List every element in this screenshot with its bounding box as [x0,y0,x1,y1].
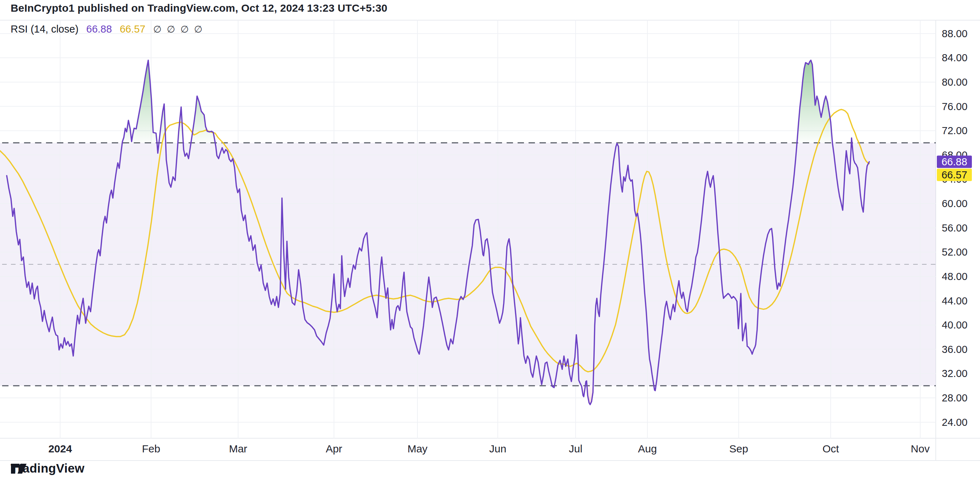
y-axis-label: 36.00 [942,344,967,355]
y-axis-label: 80.00 [942,77,967,88]
x-axis-label-May: May [407,443,428,454]
tradingview-published-chart: BeInCrypto1 published on TradingView.com… [0,0,980,480]
rsi-chart-plot[interactable]: 88.0084.0080.0076.0072.0068.0064.0060.00… [0,0,980,480]
x-axis-label-Nov: Nov [911,443,929,454]
x-axis-label-Mar: Mar [229,443,247,454]
x-axis-label-2024: 2024 [48,443,72,454]
x-axis-label-Jun: Jun [489,443,506,454]
tradingview-attribution[interactable]: TradingView [11,461,84,475]
indicator-name-label: RSI (14, close) [11,23,78,35]
x-axis-label-Jul: Jul [569,443,582,454]
y-axis-label: 40.00 [942,319,967,331]
x-axis-label-Sep: Sep [729,443,748,454]
legend-empty-slot: ∅ [194,24,203,35]
y-axis-label: 72.00 [942,125,967,136]
rsi-current-value: 66.88 [86,23,112,35]
legend-empty-value-slots: ∅∅∅∅ [153,24,202,35]
x-axis-label-Apr: Apr [326,443,342,454]
x-axis-label-Feb: Feb [142,443,160,454]
time-axis[interactable]: 2024FebMarAprMayJunJulAugSepOctNov [48,443,930,454]
last-value-badge-rsi: 66.88 [937,156,972,168]
y-axis-label: 24.00 [942,417,967,428]
y-axis-label: 56.00 [942,222,967,234]
last-value-badge-rsi-based-ma: 66.57 [937,169,972,181]
y-axis-label: 60.00 [942,198,967,209]
y-axis-label: 84.00 [942,52,967,63]
ma-current-value: 66.57 [119,23,145,35]
price-axis[interactable]: 88.0084.0080.0076.0072.0068.0064.0060.00… [942,28,967,428]
svg-text:66.57: 66.57 [942,169,967,180]
y-axis-label: 32.00 [942,368,967,379]
x-axis-label-Aug: Aug [638,443,657,454]
svg-text:66.88: 66.88 [942,156,967,167]
legend-empty-slot: ∅ [180,24,189,35]
y-axis-label: 48.00 [942,271,967,282]
legend-empty-slot: ∅ [153,24,162,35]
x-axis-label-Oct: Oct [822,443,839,454]
y-axis-label: 28.00 [942,392,967,403]
y-axis-label: 52.00 [942,246,967,258]
legend-empty-slot: ∅ [167,24,175,35]
y-axis-label: 76.00 [942,101,967,112]
y-axis-label: 44.00 [942,295,967,306]
indicator-legend-row[interactable]: RSI (14, close) 66.88 66.57 ∅∅∅∅ [11,23,202,35]
tradingview-logo-icon [11,461,27,476]
y-axis-label: 88.00 [942,28,967,39]
